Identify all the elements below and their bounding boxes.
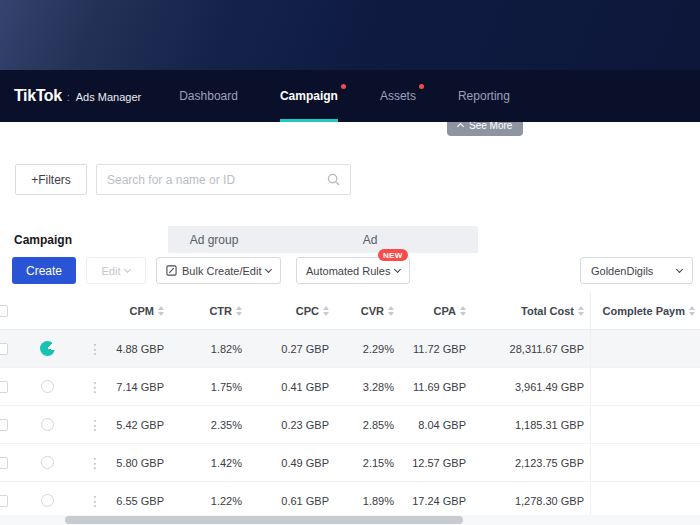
- column-header-cvr[interactable]: CVR: [335, 292, 400, 329]
- logo-divider: :: [67, 91, 70, 103]
- row-checkbox[interactable]: [0, 457, 8, 469]
- cell-complete-payment: [590, 406, 700, 443]
- status-column-header: [20, 292, 75, 329]
- tab-campaign[interactable]: Campaign: [0, 226, 168, 253]
- horizontal-scrollbar-track[interactable]: [0, 515, 700, 525]
- sort-icon[interactable]: [689, 306, 695, 316]
- cell-cpc: 0.61 GBP: [248, 482, 335, 519]
- tab-label: Campaign: [14, 233, 72, 247]
- bulk-create-edit-dropdown-button[interactable]: Bulk Create/Edit: [156, 257, 281, 284]
- column-header-cpc[interactable]: CPC: [248, 292, 335, 329]
- nav-label: Assets: [380, 89, 416, 103]
- sort-icon[interactable]: [388, 306, 394, 316]
- cell-ctr: 1.42%: [170, 444, 248, 481]
- column-label: CTR: [209, 305, 232, 317]
- column-header-total-cost[interactable]: Total Cost: [472, 292, 590, 329]
- cell-ctr: 1.82%: [170, 330, 248, 367]
- chevron-down-icon: [394, 265, 401, 272]
- cell-complete-payment: [590, 444, 700, 481]
- more-options-icon[interactable]: ⋮: [88, 494, 102, 508]
- create-button[interactable]: Create: [12, 257, 76, 284]
- search-input[interactable]: [107, 173, 327, 187]
- cell-complete-payment: [590, 482, 700, 519]
- table-row[interactable]: ⋮ 7.14 GBP 1.75% 0.41 GBP 3.28% 11.69 GB…: [0, 368, 700, 406]
- select-all-checkbox[interactable]: [0, 305, 8, 317]
- nav-item-reporting[interactable]: Reporting: [458, 70, 510, 122]
- status-toggle-off-icon[interactable]: [41, 418, 54, 431]
- new-badge: NEW: [378, 249, 408, 261]
- table-row[interactable]: ⋮ 5.80 GBP 1.42% 0.49 GBP 2.15% 12.57 GB…: [0, 444, 700, 482]
- status-toggle-on-icon[interactable]: [40, 341, 55, 356]
- top-navbar: TikTok : Ads Manager Dashboard Campaign …: [0, 70, 700, 122]
- more-options-icon[interactable]: ⋮: [88, 342, 102, 356]
- table-row[interactable]: ⋮ 4.88 GBP 1.82% 0.27 GBP 2.29% 11.72 GB…: [0, 330, 700, 368]
- column-label: CPC: [296, 305, 319, 317]
- column-header-complete-payment[interactable]: Complete Paym: [590, 292, 700, 329]
- notification-dot-icon: [419, 84, 424, 89]
- edit-dropdown-button[interactable]: Edit: [86, 257, 146, 284]
- more-options-icon[interactable]: ⋮: [88, 418, 102, 432]
- search-box[interactable]: [96, 164, 351, 195]
- more-column-header: [75, 292, 115, 329]
- notification-dot-icon: [341, 84, 346, 89]
- cell-cpc: 0.27 GBP: [248, 330, 335, 367]
- bulk-label: Bulk Create/Edit: [182, 265, 261, 277]
- tiktok-ads-manager-screen: TikTok : Ads Manager Dashboard Campaign …: [0, 0, 700, 525]
- sort-icon[interactable]: [578, 306, 584, 316]
- column-header-cpa[interactable]: CPA: [400, 292, 472, 329]
- tab-ad-group[interactable]: Ad group: [168, 226, 260, 253]
- cell-cvr: 2.15%: [335, 444, 400, 481]
- automated-rules-dropdown-button[interactable]: Automated Rules: [296, 257, 410, 284]
- edit-label: Edit: [102, 265, 121, 277]
- more-options-icon[interactable]: ⋮: [88, 380, 102, 394]
- chevron-up-icon: [457, 123, 464, 130]
- nav-item-campaign[interactable]: Campaign: [280, 70, 338, 122]
- search-icon[interactable]: [327, 173, 340, 186]
- nav-item-dashboard[interactable]: Dashboard: [179, 70, 238, 122]
- horizontal-scrollbar-thumb[interactable]: [65, 516, 463, 524]
- chevron-down-icon: [676, 265, 683, 272]
- column-label: Complete Paym: [602, 305, 685, 317]
- chevron-down-icon: [124, 265, 131, 272]
- more-options-icon[interactable]: ⋮: [88, 456, 102, 470]
- column-label: CPM: [130, 305, 154, 317]
- cell-cpa: 11.69 GBP: [400, 368, 472, 405]
- sort-icon[interactable]: [460, 306, 466, 316]
- cell-cpc: 0.23 GBP: [248, 406, 335, 443]
- filters-button[interactable]: +Filters: [15, 164, 87, 195]
- tiktok-logo[interactable]: TikTok : Ads Manager: [14, 87, 141, 105]
- table-row[interactable]: ⋮ 5.42 GBP 2.35% 0.23 GBP 2.85% 8.04 GBP…: [0, 406, 700, 444]
- sort-icon[interactable]: [158, 306, 164, 316]
- row-checkbox[interactable]: [0, 343, 8, 355]
- account-label: GoldenDigils: [591, 265, 653, 277]
- column-header-ctr[interactable]: CTR: [170, 292, 248, 329]
- sort-icon[interactable]: [236, 306, 242, 316]
- status-toggle-off-icon[interactable]: [41, 456, 54, 469]
- row-checkbox[interactable]: [0, 381, 8, 393]
- cell-cvr: 1.89%: [335, 482, 400, 519]
- column-header-cpm[interactable]: CPM: [115, 292, 170, 329]
- cell-cvr: 2.29%: [335, 330, 400, 367]
- tab-label: Ad: [363, 233, 378, 247]
- column-label: CVR: [361, 305, 384, 317]
- cell-cpm: 7.14 GBP: [115, 368, 170, 405]
- account-selector-dropdown[interactable]: GoldenDigils: [580, 257, 693, 284]
- row-checkbox[interactable]: [0, 419, 8, 431]
- cell-cpc: 0.49 GBP: [248, 444, 335, 481]
- nav-item-assets[interactable]: Assets: [380, 70, 416, 122]
- status-toggle-off-icon[interactable]: [41, 380, 54, 393]
- row-checkbox[interactable]: [0, 495, 8, 507]
- cell-complete-payment: [590, 368, 700, 405]
- cell-cvr: 3.28%: [335, 368, 400, 405]
- cell-cpa: 17.24 GBP: [400, 482, 472, 519]
- cell-cpm: 6.55 GBP: [115, 482, 170, 519]
- cell-cpc: 0.41 GBP: [248, 368, 335, 405]
- status-toggle-off-icon[interactable]: [41, 494, 54, 507]
- cell-cpa: 12.57 GBP: [400, 444, 472, 481]
- sort-icon[interactable]: [323, 306, 329, 316]
- nav-label: Reporting: [458, 89, 510, 103]
- chevron-down-icon: [265, 265, 272, 272]
- hero-banner: [0, 0, 700, 70]
- level-tabs: Campaign Ad group Ad: [0, 226, 478, 253]
- column-label: Total Cost: [521, 305, 574, 317]
